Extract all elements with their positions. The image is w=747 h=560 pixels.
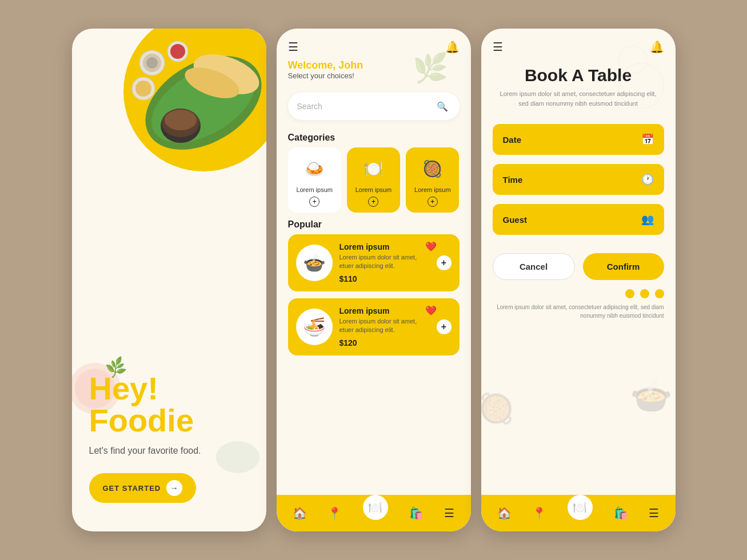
tagline: Let's find your favorite food.: [89, 446, 249, 456]
popular-title: Popular: [277, 213, 471, 234]
get-started-label: GET STARTED: [103, 484, 161, 493]
nav-bag-2[interactable]: 🛍️: [409, 506, 424, 520]
screen2-frame: ☰ 🔔 🌿 Welcome, John Select your choices!…: [277, 29, 471, 531]
time-label: Time: [503, 175, 523, 185]
svg-point-13: [165, 110, 197, 130]
food-illustration: [101, 29, 266, 189]
add-button-1[interactable]: +: [437, 255, 452, 270]
cat-plus-2[interactable]: +: [368, 197, 378, 207]
dot-2: [640, 289, 649, 298]
categories-row: 🍛 Lorem ipsum + 🍽️ Lorem ipsum + 🥘 Lorem…: [277, 147, 471, 213]
cat-plate-1: 🍛: [297, 154, 331, 183]
add-button-2[interactable]: +: [437, 319, 452, 334]
cat-label-2: Lorem ipsum: [355, 186, 392, 193]
action-buttons: Cancel Confirm: [481, 239, 676, 289]
cancel-button[interactable]: Cancel: [493, 253, 575, 280]
heart-icon-1[interactable]: ❤️: [425, 241, 437, 252]
headline1: Hey!: [89, 373, 249, 405]
heart-icon-2[interactable]: ❤️: [425, 305, 437, 316]
search-icon[interactable]: 🔍: [434, 98, 450, 114]
cat-label-1: Lorem ipsum: [296, 186, 333, 193]
screen3-body: ☰ 🔔 🍲 🥘 Book A Table Lorem ipsum dolor s…: [481, 29, 676, 495]
cat-plate-2: 🍽️: [356, 154, 390, 183]
pop-price-2: $120: [339, 338, 430, 347]
cat-plus-3[interactable]: +: [428, 197, 438, 207]
food-image-1: 🍲: [296, 245, 333, 281]
nav-food-active-3[interactable]: 🍽️: [568, 495, 593, 520]
screen2-body: ☰ 🔔 🌿 Welcome, John Select your choices!…: [277, 29, 471, 495]
pop-desc-1: Lorem ipsum dolor sit amet, etuer adipis…: [339, 253, 430, 271]
cat-plate-3: 🥘: [416, 154, 450, 183]
pop-title-2: Lorem ipsum: [339, 306, 430, 315]
time-field[interactable]: Time 🕐: [493, 164, 664, 195]
popular-item-2[interactable]: 🍜 Lorem ipsum Lorem ipsum dolor sit amet…: [288, 298, 460, 355]
nav-bag-3[interactable]: 🛍️: [614, 506, 628, 520]
guest-field[interactable]: Guest 👥: [493, 204, 664, 235]
popular-cards: 🍲 Lorem ipsum Lorem ipsum dolor sit amet…: [277, 234, 471, 355]
people-icon: 👥: [641, 213, 654, 226]
popular-item-1[interactable]: 🍲 Lorem ipsum Lorem ipsum dolor sit amet…: [288, 234, 460, 291]
calendar-icon: 📅: [641, 133, 654, 146]
get-started-button[interactable]: GET STARTED →: [89, 473, 197, 503]
dot-3: [655, 289, 664, 298]
pop-title-1: Lorem ipsum: [339, 242, 430, 251]
screen3-frame: ☰ 🔔 🍲 🥘 Book A Table Lorem ipsum dolor s…: [481, 29, 676, 531]
nav-food-active-2[interactable]: 🍽️: [363, 495, 388, 520]
nav-location-3[interactable]: 📍: [532, 506, 546, 520]
nav-home-2[interactable]: 🏠: [293, 506, 307, 520]
leaf-decoration: 🌿: [413, 51, 448, 85]
svg-point-8: [170, 44, 185, 59]
bottom-nav-3: 🏠 📍 🍽️ 🛍️ ☰: [481, 495, 676, 531]
arrow-icon: →: [166, 480, 182, 496]
cat-label-3: Lorem ipsum: [414, 186, 451, 193]
categories-title: Categories: [277, 126, 471, 147]
food-image-2: 🍜: [296, 309, 333, 345]
pop-desc-2: Lorem ipsum dolor sit amet, etuer adipis…: [339, 317, 430, 335]
pop-info-2: Lorem ipsum Lorem ipsum dolor sit amet, …: [339, 306, 430, 347]
bottom-food-deco-3b: 🥘: [481, 392, 524, 438]
cat-plus-1[interactable]: +: [309, 197, 319, 207]
screen1-frame: 🌿 Hey! Foodie Let's find your favorite f…: [72, 29, 266, 531]
hamburger-icon[interactable]: ☰: [288, 40, 298, 54]
category-card-3[interactable]: 🥘 Lorem ipsum +: [406, 147, 459, 213]
date-label: Date: [503, 135, 522, 145]
confirm-button[interactable]: Confirm: [583, 253, 664, 280]
guest-label: Guest: [503, 215, 528, 225]
hamburger-icon-3[interactable]: ☰: [493, 40, 503, 54]
pop-info-1: Lorem ipsum Lorem ipsum dolor sit amet, …: [339, 242, 430, 283]
svg-point-10: [135, 81, 151, 97]
svg-point-6: [146, 57, 158, 69]
screen1-splash: 🌿 Hey! Foodie Let's find your favorite f…: [72, 29, 266, 531]
category-card-2[interactable]: 🍽️ Lorem ipsum +: [347, 147, 400, 213]
dot-indicators: [481, 289, 676, 303]
bottom-caption: Lorem ipsum dolor sit amet, consectetuer…: [481, 303, 676, 326]
date-field[interactable]: Date 📅: [493, 124, 664, 155]
dot-1: [625, 289, 634, 298]
bottom-food-deco-3: 🍲: [630, 375, 676, 426]
pop-price-1: $110: [339, 274, 430, 283]
bottom-nav-2: 🏠 📍 🍽️ 🛍️ ☰: [277, 495, 471, 531]
nav-menu-2[interactable]: ☰: [444, 506, 454, 520]
deco-circle-2: [618, 46, 647, 74]
category-card-1[interactable]: 🍛 Lorem ipsum +: [288, 147, 341, 213]
search-bar[interactable]: Search 🔍: [288, 93, 460, 120]
headline2: Foodie: [89, 405, 249, 437]
bell-icon-3[interactable]: 🔔: [650, 40, 664, 54]
clock-icon: 🕐: [641, 173, 654, 186]
nav-location-2[interactable]: 📍: [327, 506, 342, 520]
nav-home-3[interactable]: 🏠: [497, 506, 512, 520]
screen1-content: Hey! Foodie Let's find your favorite foo…: [72, 355, 266, 531]
search-placeholder: Search: [297, 102, 434, 111]
nav-menu-3[interactable]: ☰: [649, 506, 659, 520]
